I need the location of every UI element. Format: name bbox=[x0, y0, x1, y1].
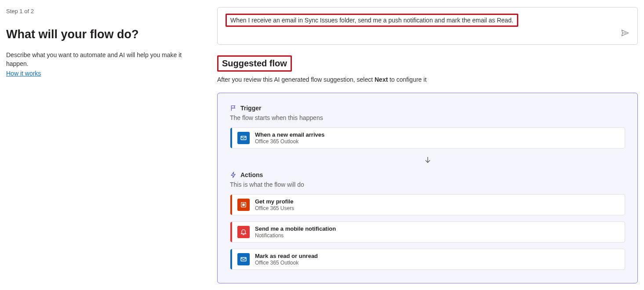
outlook-icon bbox=[237, 253, 250, 265]
action-card-title: Send me a mobile notification bbox=[255, 225, 336, 232]
action-card-title: Mark as read or unread bbox=[255, 253, 318, 259]
trigger-card[interactable]: When a new email arrives Office 365 Outl… bbox=[230, 127, 625, 149]
flow-panel: Trigger The flow starts when this happen… bbox=[217, 93, 638, 283]
action-card-sub: Office 365 Outlook bbox=[255, 260, 318, 266]
suggested-heading: Suggested flow bbox=[222, 58, 287, 69]
trigger-card-accent bbox=[230, 128, 232, 148]
action-card-sub: Notifications bbox=[255, 232, 336, 239]
left-panel: Step 1 of 2 What will your flow do? Desc… bbox=[6, 7, 200, 283]
actions-list: Get my profileOffice 365 UsersSend me a … bbox=[230, 194, 625, 270]
prompt-text: When I receive an email in Sync Issues f… bbox=[230, 17, 513, 24]
action-card[interactable]: Get my profileOffice 365 Users bbox=[230, 194, 625, 215]
actions-subtext: This is what the flow will do bbox=[230, 181, 625, 188]
step-label: Step 1 of 2 bbox=[6, 8, 200, 14]
office-icon bbox=[237, 199, 250, 211]
page-description: Describe what you want to automate and A… bbox=[6, 51, 200, 68]
svg-rect-2 bbox=[242, 203, 244, 206]
prompt-input-container[interactable]: When I receive an email in Sync Issues f… bbox=[217, 7, 638, 45]
action-card-sub: Office 365 Users bbox=[255, 205, 294, 211]
bell-icon bbox=[237, 226, 250, 238]
actions-section-header: Actions bbox=[230, 171, 625, 178]
right-panel: When I receive an email in Sync Issues f… bbox=[217, 7, 638, 283]
flag-icon bbox=[230, 105, 237, 112]
trigger-header-text: Trigger bbox=[240, 105, 261, 112]
prompt-highlight-box: When I receive an email in Sync Issues f… bbox=[226, 14, 518, 27]
trigger-card-title: When a new email arrives bbox=[255, 131, 324, 138]
actions-header-text: Actions bbox=[240, 171, 263, 178]
action-card-accent bbox=[230, 222, 232, 242]
outlook-icon bbox=[237, 132, 250, 144]
trigger-card-sub: Office 365 Outlook bbox=[255, 138, 324, 145]
action-card-accent bbox=[230, 249, 232, 269]
how-it-works-link[interactable]: How it works bbox=[6, 70, 41, 77]
trigger-subtext: The flow starts when this happens bbox=[230, 114, 625, 121]
review-note: After you review this AI generated flow … bbox=[217, 76, 638, 83]
suggested-heading-highlight: Suggested flow bbox=[217, 55, 292, 72]
action-card-title: Get my profile bbox=[255, 198, 294, 205]
action-card[interactable]: Send me a mobile notificationNotificatio… bbox=[230, 221, 625, 243]
send-icon bbox=[621, 29, 629, 37]
action-card[interactable]: Mark as read or unreadOffice 365 Outlook bbox=[230, 249, 625, 270]
arrow-down-icon bbox=[230, 156, 625, 164]
lightning-icon bbox=[230, 171, 237, 178]
send-button[interactable] bbox=[619, 27, 631, 39]
action-card-accent bbox=[230, 195, 232, 215]
page-headline: What will your flow do? bbox=[6, 28, 200, 41]
trigger-section-header: Trigger bbox=[230, 105, 625, 112]
